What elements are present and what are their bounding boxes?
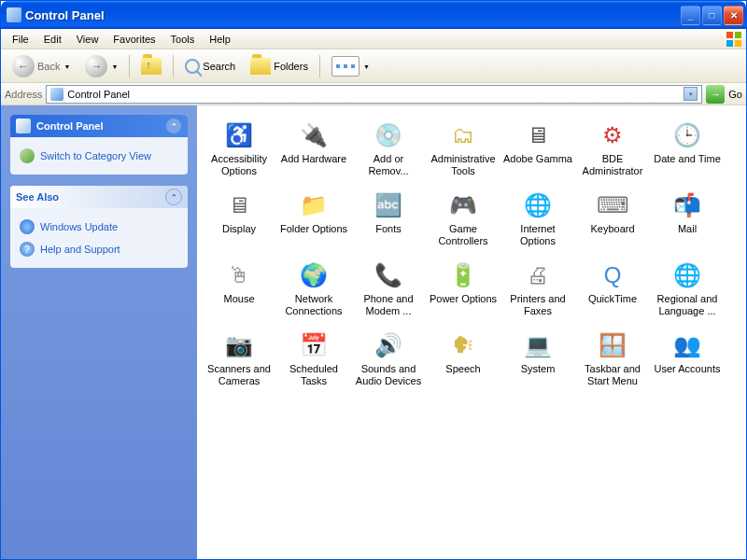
svg-rect-2 (726, 40, 733, 47)
address-label: Address (5, 89, 42, 100)
item-fonts[interactable]: 🔤Fonts (352, 187, 425, 251)
close-button[interactable]: ✕ (724, 6, 743, 25)
item-label: Sounds and Audio Devices (354, 363, 423, 387)
menu-view[interactable]: View (69, 31, 106, 48)
link-label: Help and Support (40, 244, 120, 255)
collapse-icon[interactable]: ⌃ (165, 118, 182, 134)
back-dropdown-icon: ▼ (63, 63, 70, 70)
collapse-icon[interactable]: ⌃ (165, 189, 182, 205)
item-user-accounts[interactable]: 👥User Accounts (651, 327, 724, 391)
item-label: Taskbar and Start Menu (578, 363, 647, 387)
titlebar[interactable]: Control Panel _ □ ✕ (1, 1, 746, 29)
address-input[interactable]: Control Panel ▾ (46, 85, 702, 104)
item-internet-options[interactable]: 🌐Internet Options (501, 187, 574, 251)
search-button[interactable]: Search (179, 56, 241, 77)
panel-title: See Also (16, 191, 59, 203)
menu-file[interactable]: File (5, 31, 36, 48)
window-title: Control Panel (25, 8, 105, 22)
item-power-options[interactable]: 🔋Power Options (427, 257, 500, 321)
item-bde-administrator[interactable]: ⚙BDE Administrator (576, 117, 649, 181)
control-panel-icon (16, 119, 31, 133)
system-icon: 💻 (523, 330, 553, 360)
folders-button[interactable]: Folders (245, 55, 314, 77)
svg-rect-1 (735, 32, 741, 38)
item-label: Power Options (430, 293, 497, 305)
panel-header[interactable]: Control Panel ⌃ (10, 115, 188, 137)
menu-favorites[interactable]: Favorites (106, 31, 162, 48)
menu-edit[interactable]: Edit (36, 31, 69, 48)
windows-update-link[interactable]: Windows Update (20, 216, 178, 238)
item-keyboard[interactable]: ⌨Keyboard (576, 187, 649, 251)
date-and-time-icon: 🕒 (672, 120, 702, 150)
phone-and-modem-icon: 📞 (374, 260, 403, 290)
item-label: Adobe Gamma (503, 153, 572, 165)
item-speech[interactable]: 🗣Speech (427, 327, 500, 391)
item-label: Speech (445, 363, 480, 375)
maximize-button[interactable]: □ (702, 6, 722, 25)
menubar: File Edit View Favorites Tools Help (1, 29, 746, 49)
item-quicktime[interactable]: QQuickTime (576, 257, 649, 321)
sidebar: Control Panel ⌃ Switch to Category View … (1, 105, 197, 559)
item-display[interactable]: 🖥Display (203, 187, 275, 251)
item-label: Display (222, 223, 256, 235)
network-connections-icon: 🌍 (299, 260, 329, 290)
fonts-icon: 🔤 (374, 190, 403, 220)
up-button[interactable]: ↑ (135, 55, 167, 77)
go-button[interactable]: → (706, 85, 725, 104)
item-label: BDE Administrator (578, 153, 647, 177)
views-button[interactable]: ▼ (326, 53, 375, 79)
item-adobe-gamma[interactable]: 🖥Adobe Gamma (501, 117, 574, 181)
item-folder-options[interactable]: 📁Folder Options (277, 187, 350, 251)
regional-and-language-icon: 🌐 (672, 260, 702, 290)
item-add-remove-programs[interactable]: 💿Add or Remov... (352, 117, 425, 181)
item-phone-and-modem[interactable]: 📞Phone and Modem ... (352, 257, 425, 321)
item-date-and-time[interactable]: 🕒Date and Time (651, 117, 724, 181)
views-icon (331, 56, 359, 77)
body: Control Panel ⌃ Switch to Category View … (1, 105, 746, 559)
item-mail[interactable]: 📬Mail (651, 187, 724, 251)
back-button[interactable]: ← Back ▼ (7, 52, 76, 80)
item-label: Network Connections (279, 293, 348, 317)
item-network-connections[interactable]: 🌍Network Connections (277, 257, 350, 321)
windows-update-icon (20, 219, 35, 234)
add-hardware-icon: 🔌 (299, 120, 329, 150)
game-controllers-icon: 🎮 (448, 190, 478, 220)
back-arrow-icon: ← (12, 55, 35, 77)
item-sounds-and-audio[interactable]: 🔊Sounds and Audio Devices (352, 327, 425, 391)
address-icon (50, 88, 63, 101)
quicktime-icon: Q (598, 260, 627, 290)
folders-icon (250, 58, 271, 75)
item-taskbar-start-menu[interactable]: 🪟Taskbar and Start Menu (576, 327, 649, 391)
item-system[interactable]: 💻System (501, 327, 574, 391)
sidebar-panel-see-also: See Also ⌃ Windows Update ? Help and Sup… (10, 186, 188, 268)
item-scheduled-tasks[interactable]: 📅Scheduled Tasks (277, 327, 350, 391)
forward-button[interactable]: → ▼ (79, 52, 123, 80)
item-mouse[interactable]: 🖱Mouse (203, 257, 275, 321)
go-label: Go (728, 89, 742, 100)
item-add-hardware[interactable]: 🔌Add Hardware (277, 117, 350, 181)
menu-help[interactable]: Help (202, 31, 238, 48)
item-accessibility-options[interactable]: ♿Accessibility Options (203, 117, 275, 181)
item-regional-and-language[interactable]: 🌐Regional and Language ... (651, 257, 724, 321)
speech-icon: 🗣 (448, 330, 478, 360)
control-panel-icon (7, 7, 21, 22)
sidebar-panel-control-panel: Control Panel ⌃ Switch to Category View (10, 115, 188, 175)
minimize-button[interactable]: _ (681, 6, 700, 25)
item-label: Scanners and Cameras (204, 363, 274, 387)
menu-tools[interactable]: Tools (163, 31, 203, 48)
item-label: Add Hardware (281, 153, 346, 165)
scheduled-tasks-icon: 📅 (299, 330, 329, 360)
panel-header[interactable]: See Also ⌃ (10, 186, 188, 208)
item-administrative-tools[interactable]: 🗂Administrative Tools (427, 117, 500, 181)
address-dropdown-icon[interactable]: ▾ (684, 87, 698, 101)
switch-to-category-view-link[interactable]: Switch to Category View (20, 145, 178, 167)
help-and-support-link[interactable]: ? Help and Support (20, 238, 178, 260)
item-scanners-and-cameras[interactable]: 📷Scanners and Cameras (203, 327, 275, 391)
item-printers-and-faxes[interactable]: 🖨Printers and Faxes (501, 257, 574, 321)
keyboard-icon: ⌨ (598, 190, 627, 220)
administrative-tools-icon: 🗂 (448, 120, 478, 150)
taskbar-start-menu-icon: 🪟 (598, 330, 627, 360)
accessibility-options-icon: ♿ (224, 120, 254, 150)
item-game-controllers[interactable]: 🎮Game Controllers (427, 187, 500, 251)
separator (319, 55, 320, 77)
